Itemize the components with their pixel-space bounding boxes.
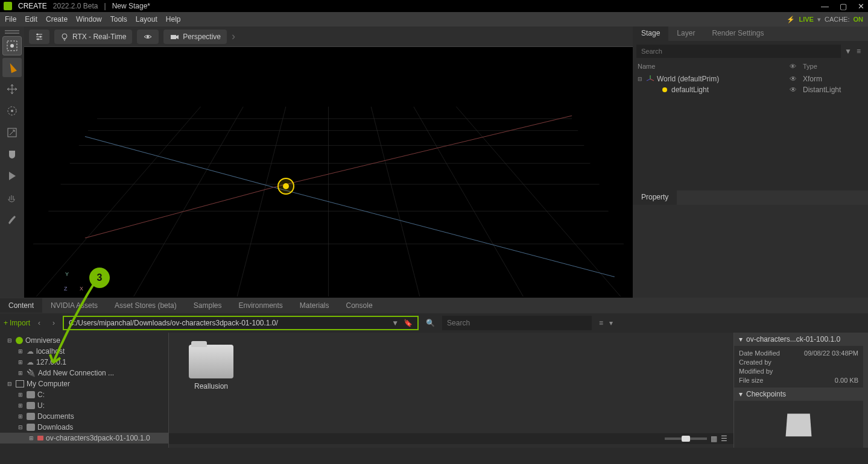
svg-line-30 [650, 79, 654, 81]
cache-value[interactable]: ON [854, 16, 864, 23]
tool-scale[interactable] [2, 123, 22, 142]
expand-icon[interactable]: ⊞ [17, 370, 24, 376]
menu-tools[interactable]: Tools [110, 15, 127, 24]
expand-icon[interactable]: ⊞ [28, 435, 35, 441]
tree-ov-characters[interactable]: ⊞ ov-characters3dpack-01-100.1.0 [0, 433, 168, 444]
list-options-icon[interactable]: ≡ [599, 319, 603, 327]
tab-stage[interactable]: Stage [633, 27, 668, 41]
collapse-icon[interactable]: ⊟ [6, 381, 13, 387]
tab-samples[interactable]: Samples [185, 298, 230, 313]
maximize-button[interactable]: ▢ [840, 2, 847, 11]
filter-funnel-icon[interactable]: ▾ [609, 319, 613, 327]
tree-localhost[interactable]: ⊞ ☁ localhost [0, 346, 168, 357]
collapse-icon[interactable]: ⊟ [6, 337, 13, 343]
expand-icon[interactable]: ⊞ [17, 392, 24, 398]
search-icon[interactable]: 🔍 [422, 319, 439, 327]
tab-environments[interactable]: Environments [230, 298, 291, 313]
tool-snap[interactable] [2, 145, 22, 164]
content-body: ⊟ Omniverse ⊞ ☁ localhost ⊞ ☁ 127.0.0.1 … [0, 333, 868, 448]
tree-my-computer[interactable]: ⊟ My Computer [0, 378, 168, 389]
tree-u-drive[interactable]: ⊞ U: [0, 400, 168, 411]
menu-help[interactable]: Help [166, 15, 181, 24]
tree-row-world[interactable]: ⊟ World (defaultPrim) 👁 Xform [633, 74, 868, 84]
stage-name: New Stage* [112, 2, 150, 10]
tab-console[interactable]: Console [338, 298, 381, 313]
import-button[interactable]: + Import [4, 319, 30, 327]
tool-play[interactable] [2, 166, 22, 186]
tab-property[interactable]: Property [633, 190, 677, 205]
tree-downloads[interactable]: ⊟ Downloads [0, 422, 168, 433]
path-dropdown-icon[interactable]: ▼ [391, 319, 399, 327]
tool-brush[interactable] [2, 210, 22, 229]
viewport[interactable]: Y X Z [24, 47, 633, 298]
filter-icon[interactable]: ▼ [844, 47, 852, 55]
tool-selection-box[interactable] [2, 36, 22, 55]
tab-render-settings[interactable]: Render Settings [703, 27, 772, 41]
cache-label: CACHE: [825, 16, 850, 23]
live-dropdown-icon[interactable]: ▾ [817, 16, 821, 24]
tab-content[interactable]: Content [0, 298, 42, 313]
visibility-toggle[interactable]: 👁 [790, 86, 803, 94]
menu-layout[interactable]: Layout [136, 15, 157, 24]
detail-label: Created by [739, 359, 771, 366]
tab-materials[interactable]: Materials [291, 298, 338, 313]
grid-view-icon[interactable]: ▦ [711, 434, 717, 443]
details-rows: Date Modified 09/08/22 03:48PM Created b… [734, 346, 863, 387]
renderer-dropdown[interactable]: RTX - Real-Time [54, 30, 132, 44]
plus-icon: + [4, 319, 8, 327]
viewport-settings-button[interactable] [29, 30, 49, 44]
menu-edit[interactable]: Edit [25, 15, 37, 24]
nav-forward-button[interactable]: › [48, 318, 59, 328]
svg-point-1 [10, 44, 14, 48]
tool-cursor[interactable] [2, 58, 22, 77]
light-gizmo[interactable] [277, 178, 294, 195]
tree-documents[interactable]: ⊞ Documents [0, 411, 168, 422]
expand-icon[interactable]: ⊞ [17, 348, 24, 354]
tree-c-drive[interactable]: ⊞ C: [0, 389, 168, 400]
main-area: RTX - Real-Time Perspective › [0, 27, 868, 298]
visibility-toggle[interactable]: 👁 [790, 75, 803, 83]
tool-physics[interactable] [2, 188, 22, 207]
live-status[interactable]: LIVE [799, 16, 813, 23]
chevron-down-icon: ▾ [739, 390, 743, 398]
tree-row-light[interactable]: defaultLight 👁 DistantLight [633, 84, 868, 95]
expand-icon[interactable]: ⊞ [17, 359, 24, 365]
list-view-icon[interactable]: ☰ [721, 434, 727, 443]
tab-nvidia-assets[interactable]: NVIDIA Assets [42, 298, 106, 313]
camera-dropdown[interactable]: Perspective [163, 30, 227, 44]
close-button[interactable]: ✕ [858, 2, 864, 11]
menu-window[interactable]: Window [76, 15, 102, 24]
tab-layer[interactable]: Layer [668, 27, 703, 41]
tool-move[interactable] [2, 80, 22, 99]
collapse-icon[interactable]: ⊟ [17, 424, 24, 430]
tab-asset-stores[interactable]: Asset Stores (beta) [106, 298, 185, 313]
nav-back-button[interactable]: ‹ [34, 318, 45, 328]
bookmark-icon[interactable]: 🔖 [404, 319, 413, 327]
tree-add-connection[interactable]: ⊞ 🔌 Add New Connection ... [0, 368, 168, 378]
content-search-input[interactable] [442, 316, 592, 330]
details-header[interactable]: ▾ ov-characters...ck-01-100.1.0 [734, 333, 863, 346]
stage-search-input[interactable] [636, 45, 841, 58]
tree-omniverse[interactable]: ⊟ Omniverse [0, 335, 168, 346]
scrollbar[interactable] [863, 333, 868, 448]
svg-point-5 [37, 33, 39, 35]
minimize-button[interactable]: — [821, 2, 829, 11]
menu-file[interactable]: File [5, 15, 16, 24]
menu-create[interactable]: Create [46, 15, 68, 24]
tree-127[interactable]: ⊞ ☁ 127.0.0.1 [0, 357, 168, 368]
thumbnail-size-slider[interactable] [665, 437, 707, 440]
prim-type: DistantLight [803, 86, 863, 94]
expand-icon[interactable]: ⊞ [17, 403, 24, 409]
options-icon[interactable]: ≡ [857, 47, 861, 55]
chevron-right-icon[interactable]: › [232, 30, 235, 43]
folder-item-reallusion[interactable]: Reallusion [181, 345, 241, 390]
visibility-button[interactable] [137, 30, 159, 44]
checkpoints-header[interactable]: ▾ Checkpoints [734, 387, 863, 401]
expand-icon[interactable]: ⊞ [17, 413, 24, 419]
content-grid[interactable]: Reallusion ▦ ☰ [169, 333, 733, 448]
tool-rotate[interactable] [2, 101, 22, 121]
path-input[interactable]: C:/Users/mipanchal/Downloads/ov-characte… [63, 316, 419, 330]
detail-value: 09/08/22 03:48PM [804, 350, 858, 357]
svg-point-9 [147, 36, 149, 38]
collapse-icon[interactable]: ⊟ [638, 76, 646, 82]
